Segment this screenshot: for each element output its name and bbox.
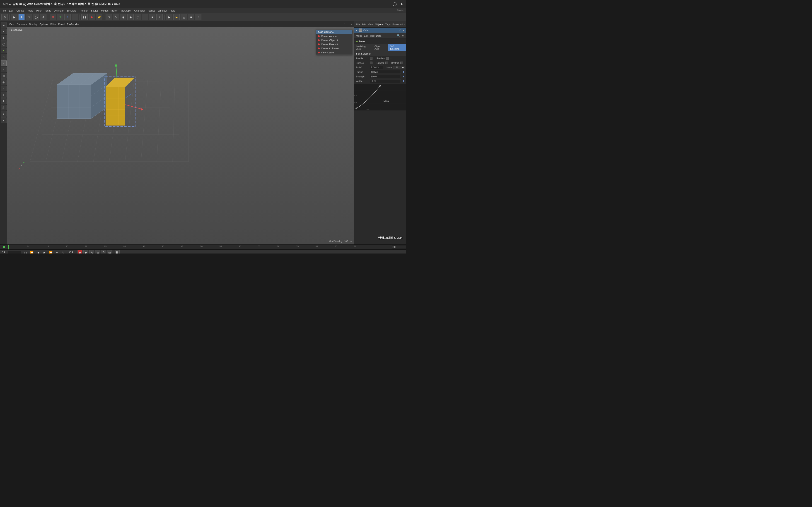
menu-motion-tracker[interactable]: Motion Tracker <box>101 9 117 12</box>
frame-input[interactable] <box>8 251 21 254</box>
vp-options[interactable]: Options <box>39 23 48 25</box>
pose-btn[interactable]: P <box>101 250 106 254</box>
skip-end-btn[interactable]: ⏭ <box>55 250 59 254</box>
auto-key-btn[interactable]: A <box>89 250 94 254</box>
anim-btn[interactable]: ▤ <box>107 250 112 254</box>
left-layer-btn[interactable]: ▒ <box>1 105 7 110</box>
dropdown-item-center-object[interactable]: Center Object to <box>316 38 352 42</box>
record-btn[interactable]: ⏺ <box>89 14 95 20</box>
left-poly-btn[interactable]: ▤ <box>1 73 7 79</box>
grid-btn[interactable]: ☷ <box>142 14 148 20</box>
timeline-bar[interactable]: 5 10 15 20 25 30 35 40 45 50 55 60 65 70… <box>8 245 392 249</box>
vp-filter[interactable]: Filter <box>50 23 56 25</box>
left-mirror-btn[interactable]: ↔ <box>1 86 7 92</box>
menu-mesh[interactable]: Mesh <box>36 9 42 12</box>
z-axis-btn[interactable]: Z <box>64 14 71 20</box>
vp-icon-1[interactable]: ⛶ <box>344 23 347 25</box>
falloff-input[interactable] <box>370 66 383 69</box>
undo-btn[interactable]: ⟲ <box>1 14 8 20</box>
left-plus-btn[interactable]: + <box>1 48 7 53</box>
ph-icon2[interactable]: ⚙ <box>402 34 404 37</box>
record-all-btn[interactable]: ⏺ <box>83 250 88 254</box>
play-btn[interactable]: ▶ <box>42 250 47 254</box>
vp-cameras[interactable]: Cameras <box>17 23 27 25</box>
vp-panel[interactable]: Panel <box>58 23 64 25</box>
scale-tool[interactable]: □ <box>26 14 32 20</box>
radius-slider[interactable] <box>403 71 404 73</box>
cube-entry[interactable]: ● Cube ✓ ■ <box>354 27 406 33</box>
width-input[interactable] <box>370 79 401 83</box>
timeline-btn[interactable]: ☷ <box>115 250 120 254</box>
clock-icon[interactable]: ◯ <box>393 2 397 6</box>
left-move-btn[interactable]: ↑ <box>1 60 7 66</box>
dropdown-item-center-parent[interactable]: Center Parent to <box>316 42 352 46</box>
left-circle-btn[interactable]: ◯ <box>1 41 7 47</box>
key-btn[interactable]: 🔑 <box>96 14 102 20</box>
menu-file[interactable]: File <box>2 9 6 12</box>
ph-mode[interactable]: Mode <box>356 35 362 37</box>
tab-soft-selection[interactable]: Soft Selection <box>388 44 406 51</box>
motion-clip-btn[interactable]: ▤ <box>95 250 100 254</box>
coord-btn[interactable]: ☷ <box>71 14 78 20</box>
dropdown-item-center-axis[interactable]: Center Axis to <box>316 34 352 38</box>
menu-character[interactable]: Character <box>134 9 145 12</box>
menu-window[interactable]: Window <box>158 9 167 12</box>
transform-tool[interactable]: ✥ <box>40 14 46 20</box>
pen-btn[interactable]: ✎ <box>113 14 119 20</box>
left-knife-btn[interactable]: ✎ <box>1 66 7 72</box>
menu-create[interactable]: Create <box>16 9 24 12</box>
rotate-tool[interactable]: ◯ <box>33 14 39 20</box>
surface-checkbox[interactable] <box>370 62 372 64</box>
menu-script[interactable]: Script <box>148 9 155 12</box>
record-btn[interactable]: ⏺ <box>78 250 83 254</box>
scene-btn[interactable]: ☆ <box>195 14 201 20</box>
width-slider[interactable] <box>403 80 404 82</box>
next-frame-btn[interactable]: ⏩ <box>48 250 53 254</box>
strength-input[interactable] <box>370 75 401 78</box>
ph-icon1[interactable]: 🔍 <box>397 34 400 37</box>
left-select-btn[interactable]: ▶ <box>1 22 7 28</box>
left-deform-btn[interactable]: ■ <box>1 117 7 123</box>
loop-btn[interactable]: ↻ <box>61 250 66 254</box>
op-file[interactable]: File <box>356 23 360 26</box>
menu-snap[interactable]: Snap <box>45 9 51 12</box>
viewport[interactable]: View Cameras Display Options Filter Pane… <box>7 21 354 244</box>
frame-btn[interactable]: ▮▮ <box>81 14 88 20</box>
menu-tools[interactable]: Tools <box>27 9 33 12</box>
menu-simulate[interactable]: Simulate <box>67 9 77 12</box>
menu-animate[interactable]: Animate <box>54 9 63 12</box>
strength-slider[interactable] <box>403 75 404 77</box>
left-magnet-btn[interactable]: ◐ <box>1 79 7 85</box>
skip-start-btn[interactable]: ⏮ <box>23 250 28 254</box>
op-objects[interactable]: Objects <box>375 23 383 26</box>
poly-btn[interactable]: ◆ <box>127 14 134 20</box>
radius-input[interactable] <box>370 70 401 74</box>
op-edit[interactable]: Edit <box>362 23 366 26</box>
deform-btn[interactable]: ■ <box>149 14 155 20</box>
ph-userdata[interactable]: User Data <box>370 35 382 37</box>
tab-modeling-axis[interactable]: Modeling Axis <box>354 44 372 51</box>
prev-frame-btn[interactable]: ⏪ <box>30 250 34 254</box>
ph-edit[interactable]: Edit <box>364 35 368 37</box>
light-btn[interactable]: ☀ <box>156 14 163 20</box>
preview-checkbox[interactable] <box>386 57 389 60</box>
restrict-checkbox[interactable] <box>400 62 403 64</box>
play-rev-btn[interactable]: ◀ <box>36 250 40 254</box>
left-spline-btn[interactable]: ◆ <box>1 35 7 41</box>
render-btn[interactable]: ▶ <box>173 14 180 20</box>
select-tool[interactable]: ▶ <box>11 14 17 20</box>
tab-object-axis[interactable]: Object Axis <box>372 44 388 51</box>
menu-help[interactable]: Help <box>170 9 175 12</box>
y-axis-btn[interactable]: Y <box>57 14 63 20</box>
enable-checkbox[interactable] <box>370 57 372 60</box>
menu-mograph[interactable]: MoGraph <box>121 9 131 12</box>
paint-btn[interactable]: ◉ <box>120 14 126 20</box>
rubber-checkbox[interactable] <box>386 62 388 64</box>
op-tags[interactable]: Tags <box>386 23 391 26</box>
viewport-render-btn[interactable]: △ <box>181 14 187 20</box>
vp-prorender[interactable]: ProRender <box>67 23 79 25</box>
vp-icon-2[interactable]: ↓ <box>348 23 350 25</box>
dropdown-item-view-center[interactable]: View Center <box>316 51 352 55</box>
vp-display[interactable]: Display <box>29 23 37 25</box>
op-bookmarks[interactable]: Bookmarks <box>392 23 405 26</box>
